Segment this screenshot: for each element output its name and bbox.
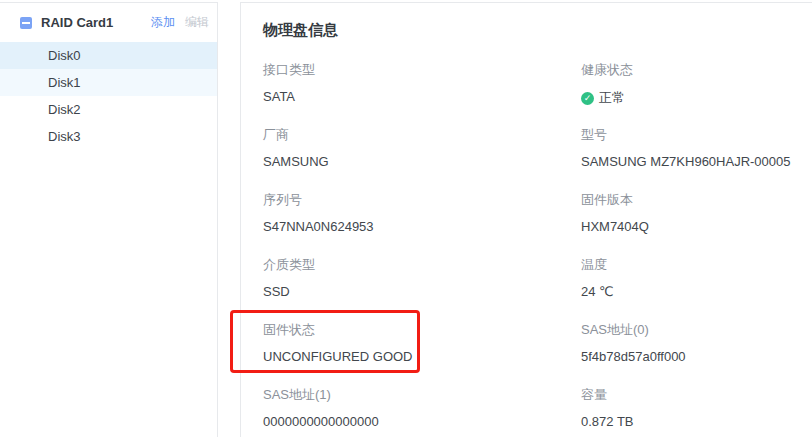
- field-label: 介质类型: [263, 256, 581, 274]
- field-value: SATA: [263, 89, 581, 104]
- field-value: 5f4b78d57a0ff000: [581, 349, 812, 364]
- field-value: SSD: [263, 284, 581, 299]
- field-label: SAS地址(0): [581, 321, 812, 339]
- disk-item-disk2[interactable]: Disk2: [0, 96, 217, 123]
- field-firmware-state: 固件状态 UNCONFIGURED GOOD: [263, 321, 581, 366]
- field-label: 厂商: [263, 126, 581, 144]
- check-circle-icon: ✓: [581, 92, 594, 105]
- field-label: 固件状态: [263, 321, 581, 339]
- field-vendor: 厂商 SAMSUNG: [263, 126, 581, 171]
- field-value: S47NNA0N624953: [263, 219, 581, 234]
- field-label: 型号: [581, 126, 812, 144]
- field-capacity: 容量 0.872 TB: [581, 386, 812, 431]
- field-value: SAMSUNG: [263, 154, 581, 169]
- physical-disk-page: RAID Card1 添加 编辑 Disk0 Disk1 Disk2 Disk3…: [0, 0, 812, 437]
- field-value: SAMSUNG MZ7KH960HAJR-00005: [581, 154, 812, 169]
- field-value: ✓ 正常: [581, 89, 812, 107]
- field-value: 0.872 TB: [581, 414, 812, 429]
- field-label: 固件版本: [581, 191, 812, 209]
- disk-fields-grid: 接口类型 SATA 健康状态 ✓ 正常 厂商 SAMSUNG 型号 SAMSUN…: [263, 61, 812, 431]
- field-label: 健康状态: [581, 61, 812, 79]
- raid-tree-sidebar: RAID Card1 添加 编辑 Disk0 Disk1 Disk2 Disk3: [0, 2, 218, 437]
- field-serial-number: 序列号 S47NNA0N624953: [263, 191, 581, 236]
- edit-link[interactable]: 编辑: [185, 14, 209, 31]
- raid-card-actions: 添加 编辑: [151, 14, 209, 31]
- raid-card-label: RAID Card1: [41, 15, 151, 30]
- field-firmware-version: 固件版本 HXM7404Q: [581, 191, 812, 236]
- field-temperature: 温度 24 ℃: [581, 256, 812, 301]
- physical-disk-info-panel: 物理盘信息 接口类型 SATA 健康状态 ✓ 正常 厂商 SAMSUNG 型号 …: [240, 2, 812, 437]
- field-value: UNCONFIGURED GOOD: [263, 349, 581, 364]
- disk-list: Disk0 Disk1 Disk2 Disk3: [0, 42, 217, 150]
- disk-item-disk3[interactable]: Disk3: [0, 123, 217, 150]
- raid-card-node[interactable]: RAID Card1 添加 编辑: [0, 3, 217, 42]
- field-value: 0000000000000000: [263, 414, 581, 429]
- field-label: 序列号: [263, 191, 581, 209]
- field-label: SAS地址(1): [263, 386, 581, 404]
- add-link[interactable]: 添加: [151, 14, 175, 31]
- field-sas-address-0: SAS地址(0) 5f4b78d57a0ff000: [581, 321, 812, 366]
- field-media-type: 介质类型 SSD: [263, 256, 581, 301]
- disk-item-disk0[interactable]: Disk0: [0, 42, 217, 69]
- field-health-status: 健康状态 ✓ 正常: [581, 61, 812, 106]
- field-label: 接口类型: [263, 61, 581, 79]
- collapse-minus-icon[interactable]: [20, 17, 32, 29]
- field-value: HXM7404Q: [581, 219, 812, 234]
- field-interface-type: 接口类型 SATA: [263, 61, 581, 106]
- field-label: 温度: [581, 256, 812, 274]
- field-label: 容量: [581, 386, 812, 404]
- field-sas-address-1: SAS地址(1) 0000000000000000: [263, 386, 581, 431]
- field-model: 型号 SAMSUNG MZ7KH960HAJR-00005: [581, 126, 812, 171]
- panel-title: 物理盘信息: [263, 21, 812, 40]
- disk-item-disk1[interactable]: Disk1: [0, 69, 217, 96]
- field-value: 24 ℃: [581, 284, 812, 299]
- health-status-text: 正常: [599, 89, 625, 107]
